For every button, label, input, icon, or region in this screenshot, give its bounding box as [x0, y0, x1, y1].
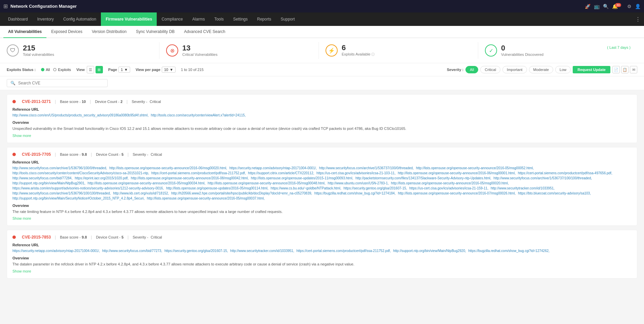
cve-id-1[interactable]: CVE-2011-3271 [22, 99, 51, 104]
monitor-icon[interactable]: 📺 [594, 4, 600, 9]
ref-link[interactable]: http://lists.opensuse.org/opensuse-secur… [391, 181, 509, 185]
ref-link[interactable]: https://cert-portal.siemens.com/productc… [296, 249, 391, 253]
nav-inventory[interactable]: Inventory [33, 12, 59, 26]
cve-id-2[interactable]: CVE-2015-7705 [22, 152, 51, 157]
severity-low-btn[interactable]: Low [555, 66, 571, 73]
exploit-icon: ⚡ [326, 44, 338, 57]
ref-link[interactable]: http://www.securityfocus.com/archive/1/5… [494, 176, 592, 180]
view-per-page-select[interactable]: 10 ▼ [162, 67, 176, 73]
cve-severity-1: Severity - Critical [131, 100, 162, 104]
ref-link[interactable]: https://cert-portal.siemens.com/productc… [518, 171, 612, 175]
ref-link[interactable]: http://tools.cisco.com/security/center/c… [12, 171, 149, 175]
grid-view-icon[interactable]: ⊞ [96, 66, 103, 73]
last7-label[interactable]: ( Last 7 days ) [607, 44, 631, 49]
ref-link[interactable]: http://lists.opensuse.org/opensuse-updat… [166, 186, 268, 190]
nav-settings[interactable]: Settings [228, 12, 252, 26]
export-email-icon[interactable]: ✉ [630, 66, 637, 73]
ref-link[interactable]: http://www.securityfocus.com/archive/1/5… [12, 166, 107, 170]
ref-link[interactable]: http://lists.opensuse.org/opensuse-secur… [109, 166, 227, 170]
ref-link[interactable]: https://security.netapp.com/advisory/nta… [229, 166, 317, 170]
radio-exploits[interactable]: Exploits [53, 68, 71, 72]
list-view-icon[interactable]: ☰ [87, 66, 94, 73]
nav-compliance[interactable]: Compliance [157, 12, 187, 26]
ref-link[interactable]: http://support.ntp.org/bin/view/Main/Ntp… [12, 181, 85, 185]
ref-links-2: http://www.securityfocus.com/archive/1/5… [12, 166, 632, 201]
subnav-advanced-cve-search[interactable]: Advanced CVE Search [179, 26, 230, 38]
ref-link[interactable]: https://cert-portal.siemens.com/productc… [151, 171, 246, 175]
nav-firmware-vulnerabilities[interactable]: Firmware Vulnerabilities [101, 12, 157, 26]
ref-link[interactable]: http://www.securityfocus.com/bid/77284, [12, 176, 72, 180]
exploits-status-label: Exploits Status : [7, 68, 36, 72]
ref-link[interactable]: http://lists.opensuse.org/opensuse-secur… [416, 166, 534, 170]
ref-link[interactable]: http://support.ntp.org/bin/view/Main/Sec… [12, 196, 145, 200]
ref-link[interactable]: http://lists.opensuse.org/opensuse-secur… [208, 181, 326, 185]
nav-support[interactable]: Support [276, 12, 300, 26]
severity-moderate-btn[interactable]: Moderate [529, 66, 553, 73]
severity-all-btn[interactable]: All [465, 66, 478, 73]
export-csv-icon[interactable]: 📋 [621, 66, 629, 73]
nav-dashboard[interactable]: Dashboard [3, 12, 33, 26]
export-pdf-icon[interactable]: 📄 [612, 66, 620, 73]
ref-link[interactable]: https://bto.bluecoat.com/security-adviso… [518, 191, 591, 195]
export-icons: 📄 📋 ✉ [612, 66, 637, 73]
subnav-exposed-devices[interactable]: Exposed Devices [46, 26, 87, 38]
ref-link[interactable]: https://security.gentoo.org/glsa/201607-… [164, 249, 228, 253]
ref-link[interactable]: http://lists.opensuse.org/opensuse-secur… [398, 171, 516, 175]
show-more-3[interactable]: Show more [12, 269, 31, 273]
ref-link[interactable]: http://www.securityfocus.com/bid/77273, [102, 249, 162, 253]
search-icon[interactable]: 🔍 [603, 4, 609, 9]
nav-alarms[interactable]: Alarms [188, 12, 210, 26]
nav-config-automation[interactable]: Config Automation [59, 12, 101, 26]
ref-link[interactable]: http://lists.opensuse.org/opensuse-secur… [147, 196, 265, 200]
ref-link[interactable]: http://lists.opensuse.org/opensuse-updat… [251, 176, 353, 180]
show-more-2[interactable]: Show more [12, 216, 31, 220]
ref-link[interactable]: https://us-cert.cisa.gov/ics/advisories/… [409, 186, 488, 190]
ref-link[interactable]: https://bugzilla.redhat.com/show_bug.cgi… [468, 249, 550, 253]
search-cve-input[interactable] [18, 81, 104, 85]
main-nav: Dashboard Inventory Config Automation Fi… [0, 12, 644, 26]
ref-link[interactable]: https://eprint.iacr.org/2015/1020.pdf, [75, 176, 128, 180]
settings-icon[interactable]: ⚙ [627, 4, 632, 9]
ref-link[interactable]: http://support.ntp.org/bin/view/Main/Ntp… [393, 249, 466, 253]
ref-link[interactable]: http://www.securityfocus.com/archive/1/5… [12, 191, 111, 195]
ref-link[interactable]: https://www.cs.bu.edu/~goldbe/NTPattack.… [271, 186, 341, 190]
ref-link[interactable]: http://tools.cisco.com/security/center/v… [151, 113, 245, 117]
cve-header-3: CVE-2015-7853 | Base score - 9.8 | Devic… [12, 235, 632, 240]
view-per-page-group: View per page 10 ▼ [136, 67, 176, 73]
ref-link[interactable]: https://support.citrix.com/article/CTX22… [248, 171, 314, 175]
radio-all[interactable]: All [41, 68, 50, 72]
ref-link[interactable]: http://lists.opensuse.org/opensuse-secur… [398, 191, 516, 195]
ref-link[interactable]: https://us-cert.cisa.gov/ics/advisories/… [316, 171, 395, 175]
nav-tools[interactable]: Tools [210, 12, 228, 26]
ref-link[interactable]: http://www.securityfocus.com/archive/1/5… [319, 166, 414, 170]
ref-link[interactable]: https://security.gentoo.org/glsa/201607-… [343, 186, 407, 190]
subnav-all-vulnerabilities[interactable]: All Vulnerabilities [3, 26, 46, 38]
ref-link[interactable]: http://www.securitytracker.com/id/103395… [230, 249, 294, 253]
ref-link[interactable]: https://bugzilla.redhat.com/show_bug.cgi… [314, 191, 396, 195]
severity-critical-btn[interactable]: Critical [480, 66, 500, 73]
rocket-icon[interactable]: 🚀 [585, 4, 591, 9]
user-icon[interactable]: 👤 [635, 4, 641, 9]
ref-link[interactable]: http://lists.opensuse.org/opensuse-secur… [131, 176, 249, 180]
subnav-sync-vulnerability-db[interactable]: Sync Vulnerability DB [131, 26, 179, 38]
show-more-1[interactable]: Show more [12, 134, 31, 138]
ref-link[interactable]: http://www.securitytracker.com/id/103395… [491, 186, 555, 190]
notification-icon[interactable]: 🔔30 [612, 4, 624, 9]
ref-link[interactable]: https://security.netapp.com/advisory/nta… [12, 249, 100, 253]
cve-id-3[interactable]: CVE-2015-7853 [22, 235, 51, 240]
ref-link[interactable]: http://www.ubuntu.com/usn/USN-2783-1, [328, 181, 389, 185]
ref-link[interactable]: https://www.arista.com/en/support/adviso… [12, 186, 164, 190]
ref-link[interactable]: http://lists.opensuse.org/opensuse-secur… [88, 181, 205, 185]
severity-important-btn[interactable]: Important [502, 66, 527, 73]
request-update-btn[interactable]: Request Update [573, 66, 610, 73]
ref-link[interactable]: http://www.cisco.com/en/US/products/prod… [12, 113, 149, 117]
page-select[interactable]: 1 ▼ [118, 67, 130, 73]
ref-link[interactable]: http://packetstormsecurity.com/files/134… [355, 176, 491, 180]
ref-link[interactable]: http://h20566.www2.hpe.com/portal/site/h… [171, 191, 312, 195]
nav-reports[interactable]: Reports [253, 12, 276, 26]
cve-severity-dot-3 [12, 236, 16, 239]
ref-link[interactable]: http://www.kb.cert.org/vuls/id/718152, [113, 191, 169, 195]
nav-more-icon[interactable]: ⋮ [635, 16, 641, 23]
subnav-version-distribution[interactable]: Version Distribution [87, 26, 131, 38]
overview-text-1: Unspecified vulnerability in the Smart I… [12, 126, 632, 132]
